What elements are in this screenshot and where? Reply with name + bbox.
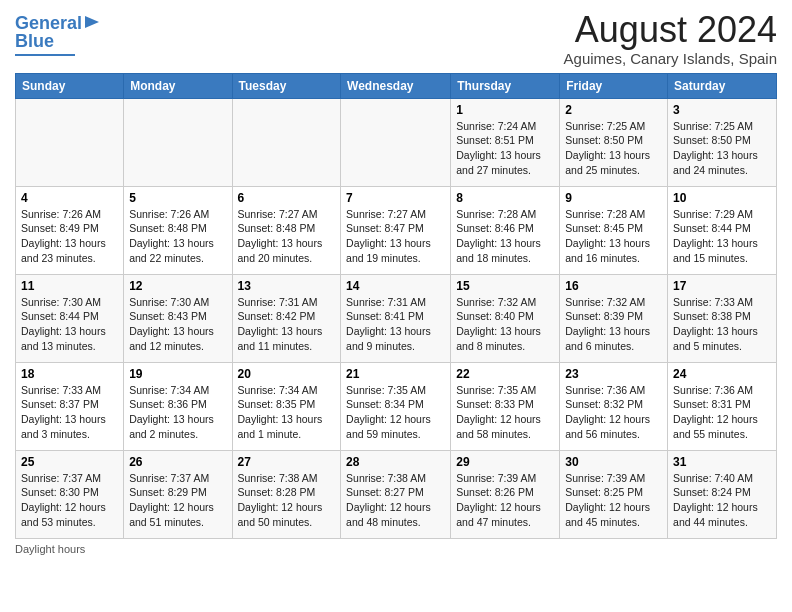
day-number: 23 [565,367,662,381]
day-number: 9 [565,191,662,205]
day-info: Sunrise: 7:31 AM Sunset: 8:42 PM Dayligh… [238,295,336,354]
week-row: 18Sunrise: 7:33 AM Sunset: 8:37 PM Dayli… [16,362,777,450]
calendar-cell: 16Sunrise: 7:32 AM Sunset: 8:39 PM Dayli… [560,274,668,362]
day-info: Sunrise: 7:30 AM Sunset: 8:43 PM Dayligh… [129,295,226,354]
day-info: Sunrise: 7:37 AM Sunset: 8:29 PM Dayligh… [129,471,226,530]
main-title: August 2024 [564,10,777,50]
calendar-cell: 9Sunrise: 7:28 AM Sunset: 8:45 PM Daylig… [560,186,668,274]
day-info: Sunrise: 7:35 AM Sunset: 8:33 PM Dayligh… [456,383,554,442]
day-number: 20 [238,367,336,381]
day-info: Sunrise: 7:38 AM Sunset: 8:28 PM Dayligh… [238,471,336,530]
day-number: 5 [129,191,226,205]
calendar-cell: 21Sunrise: 7:35 AM Sunset: 8:34 PM Dayli… [341,362,451,450]
day-number: 6 [238,191,336,205]
day-info: Sunrise: 7:36 AM Sunset: 8:32 PM Dayligh… [565,383,662,442]
day-header-saturday: Saturday [668,73,777,98]
day-number: 17 [673,279,771,293]
day-header-sunday: Sunday [16,73,124,98]
day-info: Sunrise: 7:24 AM Sunset: 8:51 PM Dayligh… [456,119,554,178]
calendar-cell: 2Sunrise: 7:25 AM Sunset: 8:50 PM Daylig… [560,98,668,186]
calendar-cell: 24Sunrise: 7:36 AM Sunset: 8:31 PM Dayli… [668,362,777,450]
calendar-cell [124,98,232,186]
day-number: 14 [346,279,445,293]
calendar-cell: 11Sunrise: 7:30 AM Sunset: 8:44 PM Dayli… [16,274,124,362]
day-number: 2 [565,103,662,117]
day-info: Sunrise: 7:33 AM Sunset: 8:38 PM Dayligh… [673,295,771,354]
day-number: 21 [346,367,445,381]
calendar-cell: 28Sunrise: 7:38 AM Sunset: 8:27 PM Dayli… [341,450,451,538]
footer-note: Daylight hours [15,543,777,555]
day-info: Sunrise: 7:29 AM Sunset: 8:44 PM Dayligh… [673,207,771,266]
logo-underline [15,54,75,56]
day-info: Sunrise: 7:32 AM Sunset: 8:39 PM Dayligh… [565,295,662,354]
calendar-cell: 15Sunrise: 7:32 AM Sunset: 8:40 PM Dayli… [451,274,560,362]
calendar-cell: 31Sunrise: 7:40 AM Sunset: 8:24 PM Dayli… [668,450,777,538]
day-info: Sunrise: 7:26 AM Sunset: 8:49 PM Dayligh… [21,207,118,266]
calendar-cell: 14Sunrise: 7:31 AM Sunset: 8:41 PM Dayli… [341,274,451,362]
day-number: 28 [346,455,445,469]
logo-blue-text: Blue [15,32,54,52]
calendar-cell: 23Sunrise: 7:36 AM Sunset: 8:32 PM Dayli… [560,362,668,450]
svg-marker-0 [85,16,99,28]
calendar-cell: 12Sunrise: 7:30 AM Sunset: 8:43 PM Dayli… [124,274,232,362]
calendar-cell: 7Sunrise: 7:27 AM Sunset: 8:47 PM Daylig… [341,186,451,274]
calendar-cell: 25Sunrise: 7:37 AM Sunset: 8:30 PM Dayli… [16,450,124,538]
day-info: Sunrise: 7:28 AM Sunset: 8:46 PM Dayligh… [456,207,554,266]
week-row: 4Sunrise: 7:26 AM Sunset: 8:49 PM Daylig… [16,186,777,274]
week-row: 25Sunrise: 7:37 AM Sunset: 8:30 PM Dayli… [16,450,777,538]
day-header-monday: Monday [124,73,232,98]
calendar-cell: 29Sunrise: 7:39 AM Sunset: 8:26 PM Dayli… [451,450,560,538]
day-number: 26 [129,455,226,469]
day-info: Sunrise: 7:34 AM Sunset: 8:36 PM Dayligh… [129,383,226,442]
day-info: Sunrise: 7:37 AM Sunset: 8:30 PM Dayligh… [21,471,118,530]
calendar-cell: 4Sunrise: 7:26 AM Sunset: 8:49 PM Daylig… [16,186,124,274]
day-info: Sunrise: 7:27 AM Sunset: 8:47 PM Dayligh… [346,207,445,266]
page-header: General Blue August 2024 Aguimes, Canary… [15,10,777,67]
day-info: Sunrise: 7:30 AM Sunset: 8:44 PM Dayligh… [21,295,118,354]
day-number: 10 [673,191,771,205]
calendar-cell: 17Sunrise: 7:33 AM Sunset: 8:38 PM Dayli… [668,274,777,362]
calendar-cell [16,98,124,186]
day-info: Sunrise: 7:36 AM Sunset: 8:31 PM Dayligh… [673,383,771,442]
day-info: Sunrise: 7:34 AM Sunset: 8:35 PM Dayligh… [238,383,336,442]
day-header-wednesday: Wednesday [341,73,451,98]
day-info: Sunrise: 7:39 AM Sunset: 8:26 PM Dayligh… [456,471,554,530]
calendar-cell: 5Sunrise: 7:26 AM Sunset: 8:48 PM Daylig… [124,186,232,274]
logo: General Blue [15,10,101,56]
day-info: Sunrise: 7:40 AM Sunset: 8:24 PM Dayligh… [673,471,771,530]
day-number: 18 [21,367,118,381]
day-number: 29 [456,455,554,469]
day-number: 1 [456,103,554,117]
calendar-cell [232,98,341,186]
day-header-tuesday: Tuesday [232,73,341,98]
day-header-friday: Friday [560,73,668,98]
day-info: Sunrise: 7:35 AM Sunset: 8:34 PM Dayligh… [346,383,445,442]
subtitle: Aguimes, Canary Islands, Spain [564,50,777,67]
day-number: 19 [129,367,226,381]
title-area: August 2024 Aguimes, Canary Islands, Spa… [564,10,777,67]
calendar-cell: 18Sunrise: 7:33 AM Sunset: 8:37 PM Dayli… [16,362,124,450]
calendar-cell: 13Sunrise: 7:31 AM Sunset: 8:42 PM Dayli… [232,274,341,362]
day-number: 12 [129,279,226,293]
day-info: Sunrise: 7:26 AM Sunset: 8:48 PM Dayligh… [129,207,226,266]
calendar-cell [341,98,451,186]
week-row: 11Sunrise: 7:30 AM Sunset: 8:44 PM Dayli… [16,274,777,362]
logo-arrow-icon [85,14,101,30]
calendar-cell: 10Sunrise: 7:29 AM Sunset: 8:44 PM Dayli… [668,186,777,274]
day-number: 15 [456,279,554,293]
calendar-cell: 20Sunrise: 7:34 AM Sunset: 8:35 PM Dayli… [232,362,341,450]
day-number: 22 [456,367,554,381]
day-number: 13 [238,279,336,293]
calendar-cell: 8Sunrise: 7:28 AM Sunset: 8:46 PM Daylig… [451,186,560,274]
day-info: Sunrise: 7:25 AM Sunset: 8:50 PM Dayligh… [673,119,771,178]
day-number: 25 [21,455,118,469]
day-info: Sunrise: 7:28 AM Sunset: 8:45 PM Dayligh… [565,207,662,266]
calendar-cell: 26Sunrise: 7:37 AM Sunset: 8:29 PM Dayli… [124,450,232,538]
day-info: Sunrise: 7:39 AM Sunset: 8:25 PM Dayligh… [565,471,662,530]
day-info: Sunrise: 7:38 AM Sunset: 8:27 PM Dayligh… [346,471,445,530]
header-row: SundayMondayTuesdayWednesdayThursdayFrid… [16,73,777,98]
day-info: Sunrise: 7:32 AM Sunset: 8:40 PM Dayligh… [456,295,554,354]
day-header-thursday: Thursday [451,73,560,98]
calendar-cell: 30Sunrise: 7:39 AM Sunset: 8:25 PM Dayli… [560,450,668,538]
day-number: 31 [673,455,771,469]
